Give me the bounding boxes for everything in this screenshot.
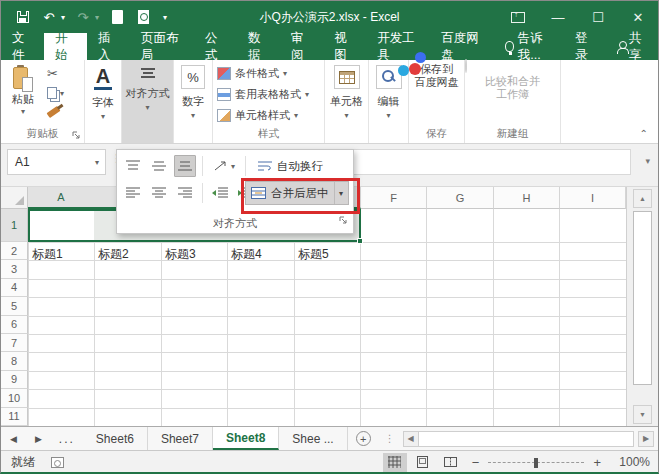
orientation-icon[interactable]: ▾ xyxy=(209,155,239,177)
hscroll-track[interactable] xyxy=(419,431,634,447)
tab-file[interactable]: 文件 xyxy=(1,33,44,60)
zoom-in-icon[interactable]: + xyxy=(588,455,606,470)
customize-qat-icon[interactable]: ▾ xyxy=(163,13,167,22)
format-painter-icon[interactable] xyxy=(46,106,60,118)
clipboard-dialog-launcher-icon[interactable] xyxy=(72,131,81,140)
paste-dropdown-icon[interactable]: ▾ xyxy=(21,107,25,116)
column-header-H[interactable]: H xyxy=(494,187,560,209)
sheet-tab-sheet8[interactable]: Sheet8 xyxy=(213,427,279,450)
tab-home[interactable]: 开始 xyxy=(44,33,87,60)
conditional-formatting-icon xyxy=(217,67,231,80)
row-header-11[interactable]: 11 xyxy=(1,408,28,426)
horizontal-scrollbar[interactable]: ◀ ▶ xyxy=(403,430,654,447)
collapse-ribbon-icon[interactable]: ⌃ xyxy=(640,128,648,139)
new-document-icon[interactable] xyxy=(109,9,125,25)
align-right-icon[interactable] xyxy=(174,182,196,204)
sheet-tab-truncated[interactable]: Shee ... xyxy=(279,427,347,450)
normal-view-icon[interactable] xyxy=(383,453,407,472)
close-button[interactable]: ✕ xyxy=(618,1,658,33)
fill-handle[interactable] xyxy=(357,238,363,244)
row-header-2[interactable]: 2 xyxy=(1,242,28,260)
sign-in-button[interactable]: 登录 xyxy=(564,30,605,64)
save-icon[interactable] xyxy=(15,9,31,25)
expand-formula-bar-icon[interactable]: ▾ xyxy=(645,156,650,166)
name-box[interactable]: A1 ▾ xyxy=(7,149,106,175)
alignment-group-collapsed[interactable]: 对齐方式 ▾ xyxy=(122,60,174,143)
undo-icon[interactable]: ↶ xyxy=(41,9,57,25)
font-group-collapsed[interactable]: A 字体 ▾ xyxy=(85,60,122,143)
tab-insert[interactable]: 插入 xyxy=(87,33,130,60)
cell-styles-button[interactable]: 单元格样式▾ xyxy=(217,105,324,126)
page-layout-view-icon[interactable] xyxy=(411,453,435,472)
page-break-view-icon[interactable] xyxy=(439,453,463,472)
tab-baidu-netdisk[interactable]: 百度网盘 xyxy=(430,33,494,60)
row-header-7[interactable]: 7 xyxy=(1,334,28,352)
column-header-I[interactable]: I xyxy=(560,187,626,209)
zoom-out-icon[interactable]: − xyxy=(467,455,485,470)
maximize-button[interactable]: ☐ xyxy=(578,1,618,33)
redo-icon: ↷ xyxy=(75,9,91,25)
ribbon: 粘贴 ▾ ✂ ▾ 剪贴板 A 字体 ▾ 对齐方式 ▾ % 数字 xyxy=(1,60,658,144)
share-button[interactable]: 共享 xyxy=(605,30,658,64)
conditional-formatting-button[interactable]: 条件格式▾ xyxy=(217,63,324,84)
sheet-nav-right-icon[interactable]: ▶ xyxy=(26,427,51,450)
number-group-collapsed[interactable]: % 数字 ▾ xyxy=(174,60,213,143)
zoom-slider[interactable] xyxy=(488,462,584,463)
cells-group-collapsed[interactable]: 单元格 ▾ xyxy=(325,60,369,143)
sheet-nav-ellipsis[interactable]: ... xyxy=(51,427,83,450)
row-header-4[interactable]: 4 xyxy=(1,279,28,297)
print-preview-icon[interactable] xyxy=(135,9,151,25)
format-as-table-button[interactable]: 套用表格格式▾ xyxy=(217,84,324,105)
cell-B2[interactable]: 标题2 xyxy=(94,245,160,263)
vertical-scrollbar[interactable]: ▲ ▼ xyxy=(626,187,658,426)
align-middle-icon[interactable] xyxy=(148,155,170,177)
column-header-A[interactable]: A xyxy=(28,187,95,209)
zoom-thumb[interactable] xyxy=(534,458,538,468)
align-center-icon[interactable] xyxy=(148,182,170,204)
sheet-tab-sheet6[interactable]: Sheet6 xyxy=(83,427,148,450)
row-header-1[interactable]: 1 xyxy=(1,209,28,242)
align-bottom-icon[interactable] xyxy=(174,155,196,177)
vertical-scroll-thumb[interactable] xyxy=(633,211,652,385)
select-all-corner[interactable] xyxy=(1,187,28,209)
tab-page-layout[interactable]: 页面布局 xyxy=(130,33,194,60)
column-header-F[interactable]: F xyxy=(361,187,427,209)
copy-icon[interactable] xyxy=(47,87,57,99)
macro-record-icon[interactable] xyxy=(51,457,64,468)
cell-D2[interactable]: 标题4 xyxy=(227,245,293,263)
paste-button[interactable]: 粘贴 ▾ xyxy=(5,64,41,136)
scroll-down-icon[interactable]: ▼ xyxy=(633,405,652,424)
cell-A2[interactable]: 标题1 xyxy=(28,245,94,263)
tab-formulas[interactable]: 公式 xyxy=(194,33,237,60)
column-header-G[interactable]: G xyxy=(427,187,494,209)
sheet-tab-sheet7[interactable]: Sheet7 xyxy=(148,427,213,450)
cell-E2[interactable]: 标题5 xyxy=(294,245,360,263)
row-header-5[interactable]: 5 xyxy=(1,297,28,315)
tab-view[interactable]: 视图 xyxy=(323,33,366,60)
wrap-text-button[interactable]: 自动换行 xyxy=(252,155,329,177)
align-top-icon[interactable] xyxy=(122,155,144,177)
row-header-6[interactable]: 6 xyxy=(1,316,28,334)
ribbon-display-options-button[interactable] xyxy=(498,1,538,33)
cell-C2[interactable]: 标题3 xyxy=(161,245,227,263)
minimize-button[interactable]: — xyxy=(538,1,578,33)
row-header-9[interactable]: 9 xyxy=(1,371,28,389)
new-sheet-button[interactable]: + xyxy=(348,427,379,450)
row-header-3[interactable]: 3 xyxy=(1,260,28,278)
zoom-level[interactable]: 100% xyxy=(610,455,650,469)
sheet-nav-left-icon[interactable]: ◀ xyxy=(1,427,26,450)
row-header-10[interactable]: 10 xyxy=(1,389,28,407)
scroll-up-icon[interactable]: ▲ xyxy=(633,189,652,208)
decrease-indent-icon[interactable] xyxy=(209,182,231,204)
cut-icon[interactable]: ✂ xyxy=(47,66,58,81)
name-box-dropdown-icon[interactable]: ▾ xyxy=(95,158,105,167)
tab-data[interactable]: 数据 xyxy=(237,33,280,60)
undo-dropdown-icon[interactable]: ▾ xyxy=(61,13,65,22)
tell-me-button[interactable]: 告诉我... xyxy=(494,30,564,64)
save-to-baidu-button[interactable]: 保存到百度网盘 xyxy=(409,63,464,89)
hscroll-right-icon[interactable]: ▶ xyxy=(638,431,654,447)
hscroll-left-icon[interactable]: ◀ xyxy=(403,431,419,447)
row-header-8[interactable]: 8 xyxy=(1,352,28,370)
tab-review[interactable]: 审阅 xyxy=(280,33,323,60)
align-left-icon[interactable] xyxy=(122,182,144,204)
